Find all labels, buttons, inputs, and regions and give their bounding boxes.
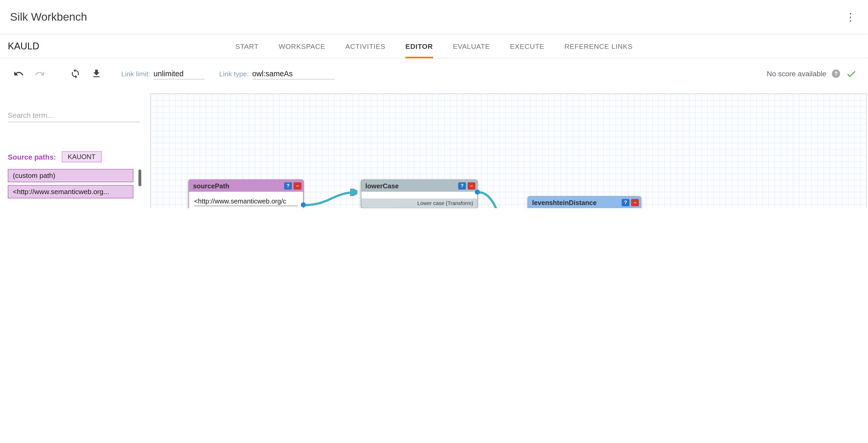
- node-lowercase-header[interactable]: lowerCase ? –: [361, 180, 477, 192]
- node-remove-button[interactable]: –: [294, 182, 302, 190]
- section-source-paths: Source paths: KAUONT: [8, 151, 142, 162]
- list-scrollbar[interactable]: [138, 169, 142, 186]
- link-type-input[interactable]: [252, 68, 335, 80]
- node-body: [361, 192, 477, 198]
- editor-toolbar: Link limit: Link type: No score availabl…: [0, 58, 868, 89]
- score-status: No score available: [767, 69, 827, 78]
- palette-sidebar: Source paths: KAUONT (custom path) <http…: [4, 94, 145, 208]
- lowercase-output-port[interactable]: [475, 190, 480, 195]
- redo-icon: [34, 68, 45, 79]
- tab-activities[interactable]: ACTIVITIES: [345, 34, 385, 59]
- validation-check-icon: [846, 68, 857, 80]
- tab-bar: START WORKSPACE ACTIVITIES EDITOR EVALUA…: [0, 34, 868, 59]
- undo-icon: [13, 68, 24, 79]
- tab-editor[interactable]: EDITOR: [405, 34, 433, 59]
- node-help-button[interactable]: ?: [284, 182, 292, 190]
- nav-bar: KAULD START WORKSPACE ACTIVITIES EDITOR …: [0, 34, 868, 59]
- node-lowercase[interactable]: lowerCase ? – Lower case (Transform): [361, 180, 477, 208]
- node-sourcepath[interactable]: sourcePath ? – Path (Source): [188, 180, 303, 208]
- link-type-label: Link type:: [219, 70, 249, 77]
- node-remove-button[interactable]: –: [631, 199, 639, 207]
- tab-execute[interactable]: EXECUTE: [510, 34, 545, 59]
- app-header: Silk Workbench ⋮: [0, 0, 868, 34]
- node-title: sourcePath: [193, 182, 282, 190]
- tab-workspace[interactable]: WORKSPACE: [279, 34, 325, 59]
- node-levenshtein-header[interactable]: levenshteinDistance ? –: [528, 197, 641, 208]
- silk-workbench-app: Silk Workbench ⋮ KAULD START WORKSPACE A…: [0, 0, 868, 208]
- wire-sourcepath-lowercase: [305, 192, 355, 205]
- reload-icon: [70, 68, 80, 79]
- sourcepath-output-port[interactable]: [301, 202, 306, 208]
- tab-start[interactable]: START: [236, 34, 259, 59]
- source-path-item[interactable]: (custom path): [8, 169, 133, 182]
- download-button[interactable]: [90, 68, 102, 80]
- undo-button[interactable]: [12, 68, 25, 80]
- node-help-button[interactable]: ?: [458, 182, 466, 190]
- source-path-item[interactable]: <http://www.semanticweb.org...: [8, 185, 133, 198]
- source-paths-label: Source paths:: [8, 153, 56, 161]
- reload-button[interactable]: [69, 68, 81, 80]
- source-paths-list: (custom path) <http://www.semanticweb.or…: [8, 169, 142, 198]
- node-title: levenshteinDistance: [532, 199, 620, 207]
- node-levenshtein-distance[interactable]: levenshteinDistance ? – Required Thresho…: [528, 196, 641, 208]
- wire-lowercase-levenshtein: [479, 192, 522, 208]
- linkage-rule-canvas[interactable]: sourcePath ? – Path (Source) targetPath …: [150, 94, 867, 208]
- source-path-input[interactable]: [194, 197, 298, 206]
- node-title: lowerCase: [365, 182, 457, 190]
- tab-evaluate[interactable]: EVALUATE: [453, 34, 490, 59]
- download-icon: [91, 68, 101, 79]
- redo-button[interactable]: [33, 68, 46, 80]
- node-type-footer: Lower case (Transform): [361, 198, 477, 208]
- link-limit-label: Link limit:: [121, 70, 150, 77]
- tab-reference-links[interactable]: REFERENCE LINKS: [564, 34, 632, 59]
- help-icon[interactable]: ?: [832, 69, 840, 78]
- score-area: No score available ?: [767, 68, 860, 80]
- node-body: [189, 192, 303, 208]
- node-help-button[interactable]: ?: [622, 199, 629, 207]
- link-limit-input[interactable]: [154, 68, 205, 80]
- node-remove-button[interactable]: –: [468, 182, 475, 190]
- search-input[interactable]: [8, 109, 140, 122]
- node-sourcepath-header[interactable]: sourcePath ? –: [189, 180, 303, 192]
- source-dataset-badge[interactable]: KAUONT: [62, 151, 102, 162]
- kebab-menu-icon[interactable]: ⋮: [843, 12, 858, 22]
- app-title: Silk Workbench: [10, 10, 87, 23]
